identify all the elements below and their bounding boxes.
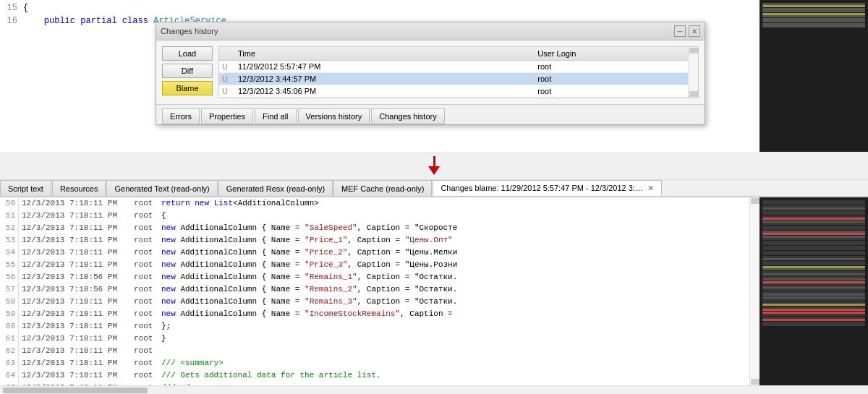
- blame-line-num: 62: [1, 345, 19, 357]
- blame-line-num: 55: [1, 259, 19, 271]
- row-marker: U: [219, 61, 234, 73]
- tab-properties[interactable]: Properties: [201, 108, 253, 124]
- minimap-line: [762, 294, 865, 296]
- tab-mef-cache[interactable]: MEF Cache (read-only): [333, 180, 432, 196]
- minimap-line: [762, 309, 865, 311]
- bottom-panel: Script text Resources Generated Text (re…: [0, 179, 868, 394]
- tab-generated-resx[interactable]: Generated Resx (read-only): [218, 180, 333, 196]
- blame-line-num: 51: [1, 210, 19, 222]
- dialog-action-buttons: Load Diff Blame: [162, 46, 213, 98]
- blame-line-code: new AdditionalColumn { Name = "Remains_1…: [161, 271, 457, 283]
- blame-code-line: 56 12/3/2013 7:18:56 PM root new Additio…: [0, 271, 749, 283]
- minimap-line: [762, 314, 865, 316]
- blame-line-user: root: [134, 320, 161, 333]
- blame-tab-close[interactable]: ✕: [647, 184, 654, 193]
- minimap-line: [762, 288, 865, 291]
- load-button[interactable]: Load: [162, 46, 213, 61]
- tab-changes-history[interactable]: Changes history: [371, 108, 445, 124]
- minimap-line: [762, 324, 865, 326]
- blame-line-date: 12/3/2013 7:18:11 PM: [22, 308, 134, 320]
- tab-script-text[interactable]: Script text: [0, 180, 51, 196]
- blame-line-date: 12/3/2013 7:18:11 PM: [22, 320, 134, 333]
- dialog-close-button[interactable]: ✕: [689, 25, 700, 37]
- blame-line-code: new AdditionalColumn { Name = "Remains_2…: [161, 283, 457, 296]
- table-scrollbar[interactable]: [688, 47, 698, 98]
- blame-line-date: 12/3/2013 7:18:11 PM: [22, 369, 134, 382]
- tab-generated-text[interactable]: Generated Text (read-only): [106, 180, 217, 196]
- blame-line-num: 61: [1, 333, 19, 345]
- minimap-line: [762, 263, 865, 265]
- blame-line-code: new AdditionalColumn { Name = "Remains_3…: [161, 296, 457, 308]
- minimap-line: [762, 223, 865, 225]
- minimap-line: [762, 207, 865, 210]
- blame-line-date: 12/3/2013 7:18:11 PM: [22, 357, 134, 369]
- blame-line-date: 12/3/2013 7:18:56 PM: [22, 271, 134, 283]
- blame-line-code: {: [161, 210, 166, 222]
- dialog-bottom-tabs: Errors Properties Find all Versions hist…: [156, 104, 705, 124]
- tab-versions-history[interactable]: Versions history: [298, 108, 370, 124]
- blame-line-code: }: [161, 333, 166, 345]
- blame-line-date: 12/3/2013 7:18:11 PM: [22, 259, 134, 271]
- blame-line-user: root: [134, 210, 161, 222]
- blame-line-code: new AdditionalColumn { Name = "Price_3",…: [161, 259, 457, 271]
- row-time: 11/29/2012 5:57:47 PM: [234, 61, 533, 73]
- col-marker: [219, 47, 234, 61]
- blame-line-code: /// <summary>: [161, 357, 224, 369]
- blame-code-line: 63 12/3/2013 7:18:11 PM root /// <summar…: [0, 357, 749, 369]
- dialog-titlebar: Changes history ─ ✕: [156, 22, 705, 40]
- changes-table: Time User Login U 11/29/2012 5:57:47 PM …: [219, 47, 688, 98]
- vertical-scrollbar[interactable]: [749, 197, 760, 385]
- blame-line-code: new AdditionalColumn { Name = "IncomeSto…: [161, 308, 453, 320]
- tab-find-all[interactable]: Find all: [255, 108, 296, 124]
- blame-line-user: root: [134, 308, 161, 320]
- arrow-section: [0, 152, 868, 179]
- minimap-line: [762, 243, 865, 245]
- changes-table-row[interactable]: U 12/3/2012 3:44:57 PM root: [219, 73, 688, 85]
- bottom-minimap: [760, 197, 868, 385]
- horizontal-scrollbar[interactable]: [0, 385, 868, 394]
- blame-line-user: root: [134, 345, 161, 357]
- blame-line-code: new AdditionalColumn { Name = "Price_2",…: [161, 247, 457, 259]
- blame-line-date: 12/3/2013 7:18:11 PM: [22, 222, 134, 234]
- blame-line-date: 12/3/2013 7:18:11 PM: [22, 197, 134, 210]
- blame-line-code: new AdditionalColumn { Name = "Price_1",…: [161, 234, 453, 247]
- blame-line-num: 54: [1, 247, 19, 259]
- minimap-line: [762, 218, 865, 220]
- blame-button[interactable]: Blame: [162, 81, 213, 95]
- blame-code-line: 55 12/3/2013 7:18:11 PM root new Additio…: [0, 259, 749, 271]
- minimap-line: [762, 253, 865, 255]
- dialog-pin-button[interactable]: ─: [674, 25, 686, 37]
- blame-code-line: 58 12/3/2013 7:18:11 PM root new Additio…: [0, 296, 749, 308]
- blame-line-num: 52: [1, 222, 19, 234]
- top-minimap: [760, 0, 868, 152]
- blame-line-num: 64: [1, 369, 19, 382]
- blame-code-line: 54 12/3/2013 7:18:11 PM root new Additio…: [0, 247, 749, 259]
- blame-line-num: 60: [1, 320, 19, 333]
- blame-line-code: };: [161, 320, 171, 333]
- blame-line-code: return new List<AdditionalColumn>: [161, 197, 319, 210]
- minimap-line: [762, 248, 865, 250]
- blame-line-date: 12/3/2013 7:18:11 PM: [22, 333, 134, 345]
- blame-code-line: 57 12/3/2013 7:18:56 PM root new Additio…: [0, 283, 749, 296]
- blame-code-line: 59 12/3/2013 7:18:11 PM root new Additio…: [0, 308, 749, 320]
- col-user: User Login: [533, 47, 688, 61]
- tab-resources[interactable]: Resources: [52, 180, 106, 196]
- tab-errors[interactable]: Errors: [162, 108, 200, 124]
- blame-line-date: 12/3/2013 7:18:11 PM: [22, 210, 134, 222]
- blame-line-code: new AdditionalColumn { Name = "SaleSpeed…: [161, 222, 457, 234]
- row-user: root: [533, 73, 688, 85]
- blame-line-date: 12/3/2013 7:18:11 PM: [22, 345, 134, 357]
- minimap-line: [762, 319, 865, 321]
- changes-table-row[interactable]: U 12/3/2012 3:45:06 PM root: [219, 85, 688, 98]
- blame-line-date: 12/3/2013 7:18:56 PM: [22, 283, 134, 296]
- editor-tabs-row: Script text Resources Generated Text (re…: [0, 180, 868, 197]
- minimap-line: [762, 233, 865, 235]
- diff-button[interactable]: Diff: [162, 64, 213, 78]
- changes-history-dialog: Changes history ─ ✕ Load Diff Blame: [156, 22, 705, 125]
- changes-table-row[interactable]: U 11/29/2012 5:57:47 PM root: [219, 61, 688, 73]
- minimap-line: [762, 304, 865, 306]
- blame-line-date: 12/3/2013 7:18:11 PM: [22, 234, 134, 247]
- blame-code-line: 50 12/3/2013 7:18:11 PM root return new …: [0, 197, 749, 210]
- tab-changes-blame[interactable]: Changes blame: 11/29/2012 5:57:47 PM - 1…: [433, 180, 662, 196]
- minimap-line: [762, 238, 865, 240]
